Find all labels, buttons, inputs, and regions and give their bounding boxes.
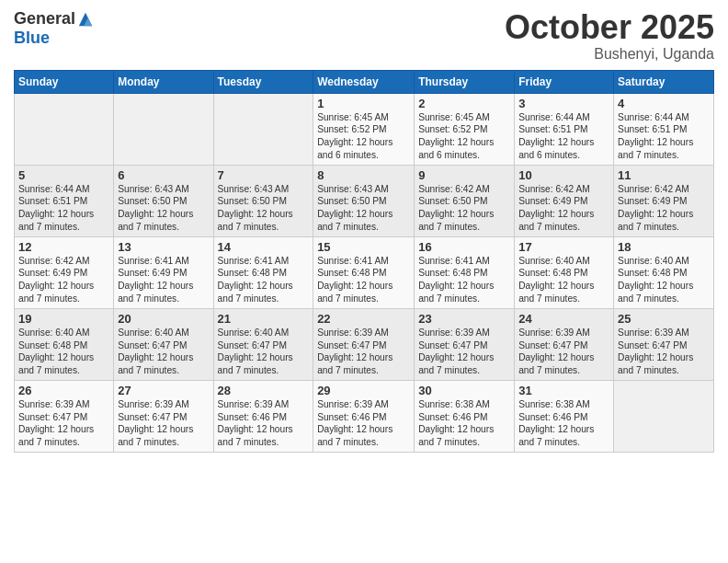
day-info: Sunrise: 6:38 AM Sunset: 6:46 PM Dayligh… [418, 398, 510, 449]
table-row [114, 93, 213, 165]
table-row: 18Sunrise: 6:40 AM Sunset: 6:48 PM Dayli… [614, 236, 714, 308]
day-number: 31 [518, 384, 609, 397]
day-info: Sunrise: 6:40 AM Sunset: 6:48 PM Dayligh… [618, 255, 710, 305]
page: General Blue October 2025 Bushenyi, Ugan… [0, 0, 728, 563]
day-number: 22 [317, 312, 410, 326]
day-number: 24 [518, 312, 609, 326]
day-number: 7 [218, 168, 310, 182]
day-info: Sunrise: 6:43 AM Sunset: 6:50 PM Dayligh… [317, 183, 410, 234]
table-row: 8Sunrise: 6:43 AM Sunset: 6:50 PM Daylig… [313, 165, 415, 236]
table-row: 13Sunrise: 6:41 AM Sunset: 6:49 PM Dayli… [114, 236, 213, 308]
col-tuesday: Tuesday [213, 70, 313, 93]
table-row: 6Sunrise: 6:43 AM Sunset: 6:50 PM Daylig… [114, 165, 213, 236]
day-number: 15 [317, 240, 410, 254]
day-info: Sunrise: 6:41 AM Sunset: 6:48 PM Dayligh… [218, 255, 310, 305]
day-number: 12 [18, 240, 109, 254]
day-number: 13 [118, 240, 209, 254]
table-row: 5Sunrise: 6:44 AM Sunset: 6:51 PM Daylig… [15, 165, 114, 236]
table-row: 25Sunrise: 6:39 AM Sunset: 6:47 PM Dayli… [614, 308, 714, 380]
day-info: Sunrise: 6:40 AM Sunset: 6:48 PM Dayligh… [518, 255, 609, 305]
table-row: 22Sunrise: 6:39 AM Sunset: 6:47 PM Dayli… [313, 308, 415, 380]
day-info: Sunrise: 6:39 AM Sunset: 6:47 PM Dayligh… [618, 327, 710, 377]
month-title: October 2025 [505, 9, 714, 46]
day-number: 14 [218, 240, 310, 254]
day-number: 9 [418, 168, 510, 182]
calendar-week-row: 12Sunrise: 6:42 AM Sunset: 6:49 PM Dayli… [15, 236, 714, 308]
table-row: 24Sunrise: 6:39 AM Sunset: 6:47 PM Dayli… [515, 308, 614, 380]
day-info: Sunrise: 6:41 AM Sunset: 6:48 PM Dayligh… [418, 255, 510, 305]
logo-blue-text: Blue [14, 29, 50, 47]
day-number: 23 [418, 312, 510, 326]
day-info: Sunrise: 6:39 AM Sunset: 6:47 PM Dayligh… [418, 327, 510, 377]
calendar-week-row: 5Sunrise: 6:44 AM Sunset: 6:51 PM Daylig… [15, 165, 714, 236]
day-number: 5 [18, 168, 109, 182]
day-info: Sunrise: 6:38 AM Sunset: 6:46 PM Dayligh… [518, 398, 609, 449]
day-number: 21 [218, 312, 310, 326]
day-info: Sunrise: 6:40 AM Sunset: 6:47 PM Dayligh… [218, 327, 310, 377]
table-row: 4Sunrise: 6:44 AM Sunset: 6:51 PM Daylig… [614, 93, 714, 165]
calendar-week-row: 19Sunrise: 6:40 AM Sunset: 6:48 PM Dayli… [15, 308, 714, 380]
day-info: Sunrise: 6:42 AM Sunset: 6:49 PM Dayligh… [618, 183, 710, 234]
col-thursday: Thursday [415, 70, 515, 93]
day-info: Sunrise: 6:45 AM Sunset: 6:52 PM Dayligh… [418, 111, 510, 162]
day-info: Sunrise: 6:42 AM Sunset: 6:49 PM Dayligh… [518, 183, 609, 234]
day-info: Sunrise: 6:41 AM Sunset: 6:49 PM Dayligh… [118, 255, 209, 305]
day-number: 17 [518, 240, 609, 254]
day-info: Sunrise: 6:42 AM Sunset: 6:49 PM Dayligh… [18, 255, 109, 305]
logo-general-text: General [14, 9, 75, 29]
table-row: 30Sunrise: 6:38 AM Sunset: 6:46 PM Dayli… [415, 380, 515, 452]
calendar-week-row: 1Sunrise: 6:45 AM Sunset: 6:52 PM Daylig… [15, 93, 714, 165]
table-row [15, 93, 114, 165]
table-row: 21Sunrise: 6:40 AM Sunset: 6:47 PM Dayli… [213, 308, 313, 380]
table-row: 2Sunrise: 6:45 AM Sunset: 6:52 PM Daylig… [415, 93, 515, 165]
table-row: 19Sunrise: 6:40 AM Sunset: 6:48 PM Dayli… [15, 308, 114, 380]
col-sunday: Sunday [15, 70, 114, 93]
table-row: 7Sunrise: 6:43 AM Sunset: 6:50 PM Daylig… [213, 165, 313, 236]
day-number: 19 [18, 312, 109, 326]
day-info: Sunrise: 6:39 AM Sunset: 6:47 PM Dayligh… [518, 327, 609, 377]
table-row: 15Sunrise: 6:41 AM Sunset: 6:48 PM Dayli… [313, 236, 415, 308]
table-row: 12Sunrise: 6:42 AM Sunset: 6:49 PM Dayli… [15, 236, 114, 308]
title-block: October 2025 Bushenyi, Uganda [505, 9, 714, 63]
table-row: 27Sunrise: 6:39 AM Sunset: 6:47 PM Dayli… [114, 380, 213, 452]
table-row: 26Sunrise: 6:39 AM Sunset: 6:47 PM Dayli… [15, 380, 114, 452]
table-row: 9Sunrise: 6:42 AM Sunset: 6:50 PM Daylig… [415, 165, 515, 236]
table-row: 16Sunrise: 6:41 AM Sunset: 6:48 PM Dayli… [415, 236, 515, 308]
day-number: 20 [118, 312, 209, 326]
table-row: 20Sunrise: 6:40 AM Sunset: 6:47 PM Dayli… [114, 308, 213, 380]
col-friday: Friday [515, 70, 614, 93]
location: Bushenyi, Uganda [505, 46, 714, 63]
day-number: 27 [118, 384, 209, 397]
day-info: Sunrise: 6:43 AM Sunset: 6:50 PM Dayligh… [218, 183, 310, 234]
table-row: 14Sunrise: 6:41 AM Sunset: 6:48 PM Dayli… [213, 236, 313, 308]
day-info: Sunrise: 6:39 AM Sunset: 6:47 PM Dayligh… [118, 398, 209, 449]
day-number: 6 [118, 168, 209, 182]
day-number: 4 [618, 97, 710, 110]
table-row [213, 93, 313, 165]
day-info: Sunrise: 6:45 AM Sunset: 6:52 PM Dayligh… [317, 111, 410, 162]
day-number: 16 [418, 240, 510, 254]
table-row: 1Sunrise: 6:45 AM Sunset: 6:52 PM Daylig… [313, 93, 415, 165]
table-row: 29Sunrise: 6:39 AM Sunset: 6:46 PM Dayli… [313, 380, 415, 452]
logo: General Blue [14, 9, 94, 48]
day-info: Sunrise: 6:44 AM Sunset: 6:51 PM Dayligh… [18, 183, 109, 234]
table-row: 10Sunrise: 6:42 AM Sunset: 6:49 PM Dayli… [515, 165, 614, 236]
col-wednesday: Wednesday [313, 70, 415, 93]
day-number: 25 [618, 312, 710, 326]
table-row: 31Sunrise: 6:38 AM Sunset: 6:46 PM Dayli… [515, 380, 614, 452]
day-info: Sunrise: 6:39 AM Sunset: 6:47 PM Dayligh… [317, 327, 410, 377]
calendar: Sunday Monday Tuesday Wednesday Thursday… [14, 70, 714, 453]
day-info: Sunrise: 6:44 AM Sunset: 6:51 PM Dayligh… [618, 111, 710, 162]
day-number: 8 [317, 168, 410, 182]
day-number: 2 [418, 97, 510, 110]
day-info: Sunrise: 6:39 AM Sunset: 6:47 PM Dayligh… [18, 398, 109, 449]
day-number: 29 [317, 384, 410, 397]
col-monday: Monday [114, 70, 213, 93]
table-row: 17Sunrise: 6:40 AM Sunset: 6:48 PM Dayli… [515, 236, 614, 308]
day-info: Sunrise: 6:39 AM Sunset: 6:46 PM Dayligh… [317, 398, 410, 449]
day-info: Sunrise: 6:44 AM Sunset: 6:51 PM Dayligh… [518, 111, 609, 162]
table-row: 3Sunrise: 6:44 AM Sunset: 6:51 PM Daylig… [515, 93, 614, 165]
col-saturday: Saturday [614, 70, 714, 93]
calendar-header-row: Sunday Monday Tuesday Wednesday Thursday… [15, 70, 714, 93]
day-number: 30 [418, 384, 510, 397]
